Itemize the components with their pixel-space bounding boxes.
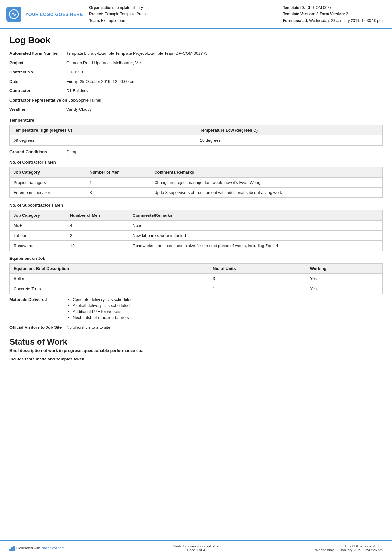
number-of-men: 12 bbox=[66, 241, 129, 251]
equipment-units: 3 bbox=[209, 274, 306, 284]
project-row: Project Camden Road Upgrade - Melbourne,… bbox=[9, 60, 383, 66]
status-title: Status of Work bbox=[9, 337, 383, 347]
template-id-value: DP-COM-0027 bbox=[306, 5, 331, 10]
comments: Change in project manager last week, now… bbox=[150, 178, 383, 188]
weather-value: Windy Cloudy bbox=[66, 106, 383, 113]
contractor-rep-row: Contractor Representative on Job Sophie … bbox=[9, 97, 383, 103]
temp-high-value: 09 degrees bbox=[10, 135, 196, 145]
footer-right-date: Wednesday, 23 January 2019, 12:42:26 pm bbox=[258, 548, 383, 552]
version-line: Template Version: 3 Form Version: 2 bbox=[283, 11, 383, 17]
official-visitors-value: No official visitors to site bbox=[66, 324, 383, 331]
project-field-label: Project bbox=[9, 60, 66, 66]
date-value: Friday, 25 October 2019, 12:00:00 am bbox=[66, 78, 383, 85]
materials-label: Materials Delivered bbox=[9, 297, 66, 321]
equipment-units: 1 bbox=[209, 284, 306, 294]
table-row: Project managers 1 Change in project man… bbox=[10, 178, 383, 188]
equipment-section-title: Equipment on Job bbox=[9, 256, 383, 261]
automated-form-number-value: Template Library-Example Template Projec… bbox=[66, 50, 383, 57]
subcontractors-col-category: Job Category bbox=[10, 210, 66, 221]
logo-text: YOUR LOGO GOES HERE bbox=[25, 12, 83, 17]
comments: New labourers were inducted bbox=[129, 231, 383, 241]
project-line: Project: Example Template Project bbox=[89, 11, 277, 17]
project-label: Project: bbox=[89, 12, 103, 16]
project-field-value: Camden Road Upgrade - Melbourne, Vic bbox=[66, 60, 383, 66]
equipment-desc: Concrete Truck bbox=[10, 284, 209, 294]
equipment-col-desc: Equipment Brief Description bbox=[10, 264, 209, 274]
org-label: Organisation: bbox=[89, 5, 114, 10]
temp-low-header: Temperature Low (degrees C) bbox=[196, 125, 383, 135]
footer-bars-icon bbox=[9, 546, 15, 551]
footer-right: This PDF was created at Wednesday, 23 Ja… bbox=[258, 544, 383, 552]
materials-row: Materials Delivered Concrete delivery - … bbox=[9, 297, 383, 321]
contractors-col-comments: Comments/Remarks bbox=[150, 167, 383, 178]
table-row: Labour 2 New labourers were inducted bbox=[10, 231, 383, 241]
equipment-col-working: Working bbox=[306, 264, 382, 274]
job-category: Labour bbox=[10, 231, 66, 241]
form-created-value: Wednesday, 23 January 2019, 12:30:10 pm bbox=[309, 18, 383, 23]
contract-no-label: Contract No. bbox=[9, 69, 66, 75]
weather-label: Weather bbox=[9, 106, 66, 113]
table-row: Concrete Truck 1 Yes bbox=[10, 284, 383, 294]
page-title: Log Book bbox=[9, 35, 383, 45]
footer-link[interactable]: dashpivot.com bbox=[42, 546, 64, 550]
contract-no-row: Contract No. CD-0123 bbox=[9, 69, 383, 75]
comments: Up to 3 supervisors at the moment with a… bbox=[150, 188, 383, 198]
ground-conditions-value: Damp bbox=[66, 149, 383, 155]
header-meta: Organisation: Template Library Project: … bbox=[89, 4, 277, 24]
subcontractors-col-men: Number of Men bbox=[66, 210, 129, 221]
date-label: Date bbox=[9, 78, 66, 85]
template-version-value: 3 bbox=[316, 12, 319, 16]
footer-right-text: This PDF was created at bbox=[258, 544, 383, 548]
subcontractors-men-title: No. of Subcontractor's Men bbox=[9, 203, 383, 208]
form-created-line: Form created: Wednesday, 23 January 2019… bbox=[283, 17, 383, 24]
table-row: Roller 3 Yes bbox=[10, 274, 383, 284]
project-value: Example Template Project bbox=[104, 12, 148, 16]
header-right: Template ID: DP-COM-0027 Template Versio… bbox=[283, 4, 383, 24]
contractor-label: Contractor bbox=[9, 88, 66, 94]
org-line: Organisation: Template Library bbox=[89, 4, 277, 11]
form-version-label: Form Version: bbox=[320, 12, 345, 16]
job-category: M&E bbox=[10, 221, 66, 231]
template-version-label: Template Version: bbox=[283, 12, 315, 16]
official-visitors-row: Official Visitors to Job Site No officia… bbox=[9, 324, 383, 331]
table-row: Foremen/supervisor 3 Up to 3 supervisors… bbox=[10, 188, 383, 198]
footer-center: Printed version is uncontrolled Page 1 o… bbox=[134, 544, 258, 552]
footer: Generated with dashpivot.com Printed ver… bbox=[0, 540, 392, 555]
logo-block: YOUR LOGO GOES HERE bbox=[6, 4, 83, 24]
main-content: Log Book Automated Form Number Template … bbox=[0, 29, 392, 540]
contractors-col-men: Number of Men bbox=[86, 167, 150, 178]
page: YOUR LOGO GOES HERE Organisation: Templa… bbox=[0, 0, 392, 555]
contractor-rep-value: Sophie Turner bbox=[76, 97, 383, 103]
number-of-men: 2 bbox=[66, 231, 129, 241]
temperature-table: Temperature High (degrees C) Temperature… bbox=[9, 125, 383, 146]
footer-left: Generated with dashpivot.com bbox=[9, 546, 134, 551]
subcontractors-col-comments: Comments/Remarks bbox=[129, 210, 383, 221]
contractors-col-category: Job Category bbox=[10, 167, 86, 178]
footer-printed-text: Printed version is uncontrolled bbox=[134, 544, 258, 548]
automated-form-number-label: Automated Form Number bbox=[9, 50, 66, 57]
comments: None bbox=[129, 221, 383, 231]
team-label: Team: bbox=[89, 18, 100, 23]
form-created-label: Form created: bbox=[283, 18, 308, 23]
job-category: Foremen/supervisor bbox=[10, 188, 86, 198]
contractors-men-table: Job Category Number of Men Comments/Rema… bbox=[9, 167, 383, 198]
job-category: Project managers bbox=[10, 178, 86, 188]
equipment-col-units: No. of Units bbox=[209, 264, 306, 274]
status-subsection: Include tests made and samples taken bbox=[9, 357, 383, 361]
number-of-men: 3 bbox=[86, 188, 150, 198]
contract-no-value: CD-0123 bbox=[66, 69, 383, 75]
equipment-working: Yes bbox=[306, 284, 382, 294]
list-item: Additional PPE for workers bbox=[73, 309, 383, 314]
form-version-value: 2 bbox=[346, 12, 348, 16]
number-of-men: 4 bbox=[66, 221, 129, 231]
table-row: M&E 4 None bbox=[10, 221, 383, 231]
equipment-desc: Roller bbox=[10, 274, 209, 284]
footer-generated-text: Generated with bbox=[16, 546, 40, 550]
equipment-working: Yes bbox=[306, 274, 382, 284]
contractors-men-title: No. of Contractor's Men bbox=[9, 160, 383, 165]
subcontractors-men-table: Job Category Number of Men Comments/Rema… bbox=[9, 210, 383, 251]
header: YOUR LOGO GOES HERE Organisation: Templa… bbox=[0, 0, 392, 29]
comments: Roadworks team increased in size for the… bbox=[129, 241, 383, 251]
temperature-section-title: Temperature bbox=[9, 118, 383, 122]
org-value: Template Library bbox=[115, 5, 143, 10]
